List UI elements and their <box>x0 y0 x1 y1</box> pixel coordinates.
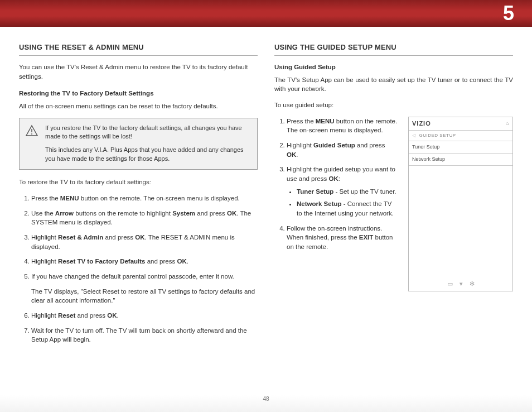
gstep-1: Press the MENU button on the remote. The… <box>287 117 398 135</box>
step-5-detail: The TV displays, "Select Reset to restor… <box>31 287 258 305</box>
guided-steps: Press the MENU button on the remote. The… <box>274 117 398 292</box>
gstep-2: Highlight Guided Setup and press OK. <box>287 141 398 159</box>
step-6: Highlight Reset and press OK. <box>31 311 258 320</box>
left-column: USING THE RESET & ADMIN MENU You can use… <box>19 42 258 350</box>
tvmenu-brand: VIZIO <box>412 119 431 128</box>
chapter-header-bar: 5 <box>0 0 532 27</box>
right-intro: The TV's Setup App can be used to easily… <box>274 75 513 94</box>
restore-steps: Press the MENU button on the remote. The… <box>19 194 258 344</box>
left-intro: You can use the TV's Reset & Admin menu … <box>19 63 258 81</box>
chapter-number: 5 <box>503 2 514 25</box>
page-body: USING THE RESET & ADMIN MENU You can use… <box>0 27 532 350</box>
step-7: Wait for the TV to turn off. The TV will… <box>31 326 258 344</box>
tvmenu-footer: ▭ ▾ ✻ <box>409 277 512 291</box>
back-arrow-icon: ◁ <box>412 132 416 139</box>
chevron-down-icon: ▾ <box>460 280 463 289</box>
tvmenu-header: VIZIO ⌂ <box>409 117 512 131</box>
right-lead: To use guided setup: <box>274 100 513 110</box>
warning-icon <box>25 124 38 137</box>
home-icon: ⌂ <box>506 119 509 128</box>
guided-steps-list: Press the MENU button on the remote. The… <box>274 117 398 252</box>
gstep-3: Highlight the guided setup you want to u… <box>287 165 398 218</box>
step-5: If you have changed the default parental… <box>31 272 258 305</box>
gstep-4: Follow the on-screen instructions. When … <box>287 224 398 252</box>
tv-guided-setup-menu: VIZIO ⌂ ◁ GUIDED SETUP Tuner Setup Netwo… <box>408 117 513 292</box>
bullet-tuner: Tuner Setup - Set up the TV tuner. <box>297 187 398 197</box>
tvmenu-title-row: ◁ GUIDED SETUP <box>409 131 512 141</box>
right-inner: Press the MENU button on the remote. The… <box>274 117 513 292</box>
right-heading: USING THE GUIDED SETUP MENU <box>274 42 513 53</box>
left-heading: USING THE RESET & ADMIN MENU <box>19 42 258 53</box>
tvmenu-item-tuner: Tuner Setup <box>409 141 512 154</box>
guided-bullets: Tuner Setup - Set up the TV tuner. Netwo… <box>287 187 398 218</box>
tvmenu-blank <box>409 166 512 277</box>
callout-line2: This includes any V.I.A. Plus Apps that … <box>45 146 250 164</box>
left-subpara: All of the on-screen menu settings can b… <box>19 102 258 111</box>
tvmenu-title: GUIDED SETUP <box>419 132 456 139</box>
restore-lead: To restore the TV to its factory default… <box>19 178 258 187</box>
heading-rule <box>19 55 258 56</box>
left-subhead: Restoring the TV to Factory Default Sett… <box>19 89 258 98</box>
gear-icon: ✻ <box>470 280 475 289</box>
right-subhead: Using Guided Setup <box>274 63 513 72</box>
callout-line1: If you restore the TV to the factory def… <box>45 124 250 142</box>
step-3: Highlight Reset & Admin and press OK. Th… <box>31 233 258 251</box>
right-column: USING THE GUIDED SETUP MENU Using Guided… <box>274 42 513 350</box>
wide-icon: ▭ <box>447 280 453 289</box>
tvmenu-item-network: Network Setup <box>409 154 512 166</box>
bullet-network: Network Setup - Connect the TV to the In… <box>297 199 398 218</box>
heading-rule-right <box>274 55 513 56</box>
bottom-fade <box>0 395 532 412</box>
step-1: Press the MENU button on the remote. The… <box>31 194 258 203</box>
warning-callout: If you restore the TV to the factory def… <box>19 118 258 170</box>
svg-point-1 <box>31 133 32 135</box>
step-4: Highlight Reset TV to Factory Defaults a… <box>31 257 258 266</box>
step-2: Use the Arrow buttons on the remote to h… <box>31 209 258 227</box>
